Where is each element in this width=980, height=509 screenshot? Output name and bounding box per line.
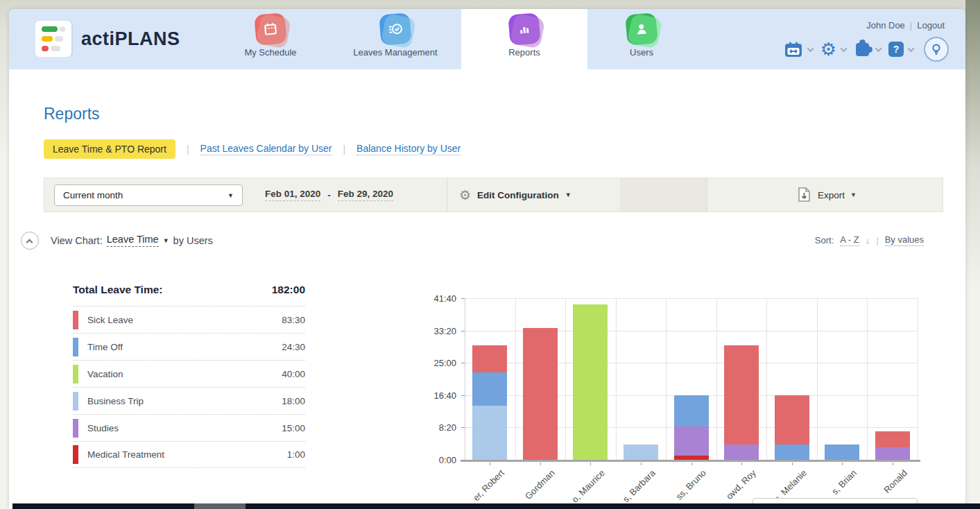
gridline-vertical	[716, 298, 717, 460]
gridline-vertical	[766, 298, 767, 460]
x-axis-tick	[893, 463, 893, 465]
y-axis-tick-label: 0:00	[415, 455, 456, 465]
leave-time-chart: 41:4033:2025:0016:408:200:00er, RobertGo…	[9, 9, 965, 509]
gridline-horizontal	[465, 298, 918, 299]
bar-segment	[472, 345, 507, 372]
x-axis-tick	[691, 463, 692, 465]
gridline-vertical	[666, 298, 667, 460]
gridline-vertical	[918, 298, 918, 460]
x-axis-tick	[741, 463, 742, 465]
bar-segment	[825, 445, 859, 460]
x-axis-tick	[641, 463, 642, 465]
gridline-vertical	[867, 298, 868, 460]
progress-segment	[194, 503, 246, 509]
gridline-vertical	[616, 298, 617, 460]
bar-segment	[674, 395, 709, 427]
y-axis-line	[465, 298, 465, 460]
x-axis-tick	[490, 463, 490, 465]
gridline-vertical	[817, 298, 818, 460]
x-axis-tick	[590, 463, 591, 465]
bar-segment	[573, 304, 608, 460]
y-axis-tick-label: 33:20	[415, 326, 456, 336]
y-axis-tick-label: 41:40	[415, 293, 456, 304]
y-axis-tick-label: 25:00	[415, 358, 456, 368]
bar-segment	[472, 406, 507, 460]
bar-segment	[875, 447, 910, 460]
bar-segment	[472, 372, 507, 406]
gridline-vertical	[565, 298, 566, 460]
bar-segment	[624, 445, 658, 460]
y-axis-tick-label: 16:40	[415, 390, 456, 401]
app-window: actiPLANS My Schedule Leaves Management …	[0, 0, 980, 509]
bar-segment	[523, 328, 558, 460]
x-axis-tick	[540, 463, 541, 465]
gridline-vertical	[515, 298, 516, 460]
bar-segment	[775, 445, 809, 460]
bar-segment	[724, 345, 759, 445]
x-axis-tick	[792, 463, 793, 465]
app-card: actiPLANS My Schedule Leaves Management …	[9, 9, 965, 509]
video-progress-bar[interactable]	[12, 503, 980, 509]
bar-segment	[674, 426, 709, 456]
bar-segment	[724, 445, 759, 460]
bar-segment	[775, 395, 809, 445]
x-axis-line	[461, 460, 920, 462]
y-axis-tick-label: 8:20	[415, 422, 456, 433]
bar-segment	[875, 431, 910, 447]
x-axis-tick	[842, 463, 843, 465]
